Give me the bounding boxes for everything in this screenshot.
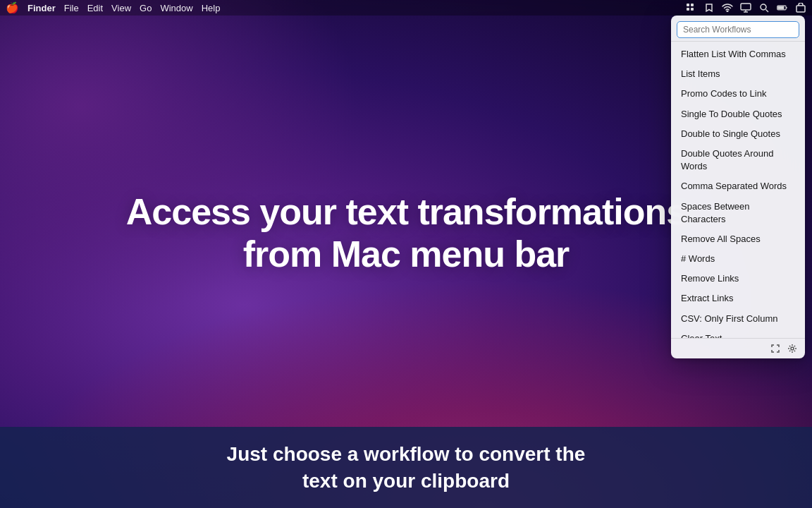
workflow-item-12[interactable]: CSV: Only First Column [671, 309, 805, 329]
menubar-display-icon[interactable] [740, 2, 751, 13]
menubar-file[interactable]: File [64, 3, 79, 13]
workflow-item-1[interactable]: List Items [671, 64, 805, 84]
menubar-app-icon[interactable] [795, 2, 806, 13]
workflow-item-6[interactable]: Comma Separated Words [671, 176, 805, 196]
menubar-wifi-icon[interactable] [722, 2, 733, 13]
svg-rect-1 [691, 4, 694, 6]
svg-point-11 [791, 347, 794, 350]
svg-rect-0 [687, 4, 689, 6]
menubar-app-name[interactable]: Finder [27, 3, 56, 13]
workflow-item-8[interactable]: Remove All Spaces [671, 229, 805, 249]
svg-line-7 [766, 10, 769, 13]
svg-rect-2 [687, 8, 689, 11]
workflow-item-2[interactable]: Promo Codes to Link [671, 84, 805, 104]
menubar-view[interactable]: View [111, 3, 131, 13]
menubar: 🍎 Finder File Edit View Go Window Help [0, 0, 812, 16]
workflow-item-11[interactable]: Extract Links [671, 289, 805, 308]
menubar-grid-icon[interactable] [685, 2, 696, 13]
workflow-menu-list: Flatten List With CommasList ItemsPromo … [671, 42, 805, 338]
menubar-left: 🍎 Finder File Edit View Go Window Help [6, 1, 220, 14]
workflow-item-5[interactable]: Double Quotes Around Words [671, 144, 805, 176]
menubar-bookmark-icon[interactable] [703, 2, 715, 13]
menubar-battery-icon[interactable] [777, 2, 788, 13]
gear-icon[interactable] [785, 341, 799, 356]
svg-rect-3 [691, 8, 694, 11]
svg-point-4 [727, 11, 728, 12]
svg-rect-9 [778, 6, 784, 9]
svg-rect-5 [741, 4, 751, 10]
menubar-go[interactable]: Go [140, 3, 152, 13]
workflow-item-0[interactable]: Flatten List With Commas [671, 44, 805, 64]
workflow-item-9[interactable]: # Words [671, 249, 805, 269]
workflow-item-4[interactable]: Double to Single Quotes [671, 124, 805, 144]
apple-menu[interactable]: 🍎 [6, 1, 19, 14]
workflow-dropdown: Flatten List With CommasList ItemsPromo … [671, 16, 805, 358]
bottom-banner: Just choose a workflow to convert the te… [0, 427, 812, 508]
expand-icon[interactable] [768, 341, 782, 356]
workflow-item-3[interactable]: Single To Double Quotes [671, 104, 805, 124]
dropdown-footer [671, 338, 805, 358]
bottom-banner-text: Just choose a workflow to convert the te… [227, 441, 586, 495]
hero-title: Access your text transformations from Ma… [126, 191, 687, 276]
menubar-right [685, 2, 806, 13]
workflow-item-13[interactable]: Clear Text [671, 329, 805, 338]
workflow-item-7[interactable]: Spaces Between Characters [671, 197, 805, 229]
svg-rect-10 [796, 6, 805, 12]
workflow-item-10[interactable]: Remove Links [671, 269, 805, 289]
menubar-help[interactable]: Help [202, 3, 221, 13]
menubar-search-icon[interactable] [758, 2, 770, 13]
hero-text-block: Access your text transformations from Ma… [70, 191, 743, 276]
svg-point-6 [761, 4, 766, 10]
search-input[interactable] [677, 21, 799, 38]
menubar-window[interactable]: Window [160, 3, 192, 13]
search-container [671, 16, 805, 42]
menubar-edit[interactable]: Edit [87, 3, 103, 13]
